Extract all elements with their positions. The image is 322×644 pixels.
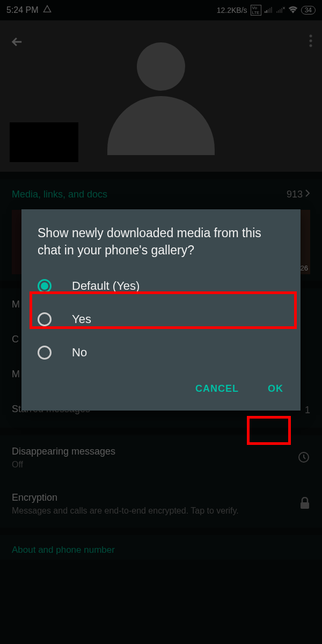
dialog-overlay: Show newly downloaded media from this ch…	[0, 0, 322, 644]
radio-unselected-icon	[38, 312, 52, 326]
radio-option-yes[interactable]: Yes	[21, 303, 301, 336]
cancel-button[interactable]: CANCEL	[189, 379, 245, 399]
ok-button[interactable]: OK	[261, 379, 290, 399]
dialog-title: Show newly downloaded media from this ch…	[21, 224, 301, 269]
radio-label: Yes	[72, 312, 91, 326]
radio-label: Default (Yes)	[72, 279, 140, 293]
radio-label: No	[72, 346, 87, 360]
radio-unselected-icon	[38, 346, 52, 360]
radio-selected-icon	[38, 279, 52, 293]
radio-option-no[interactable]: No	[21, 336, 301, 369]
radio-option-default[interactable]: Default (Yes)	[21, 269, 301, 303]
media-visibility-dialog: Show newly downloaded media from this ch…	[21, 209, 301, 411]
